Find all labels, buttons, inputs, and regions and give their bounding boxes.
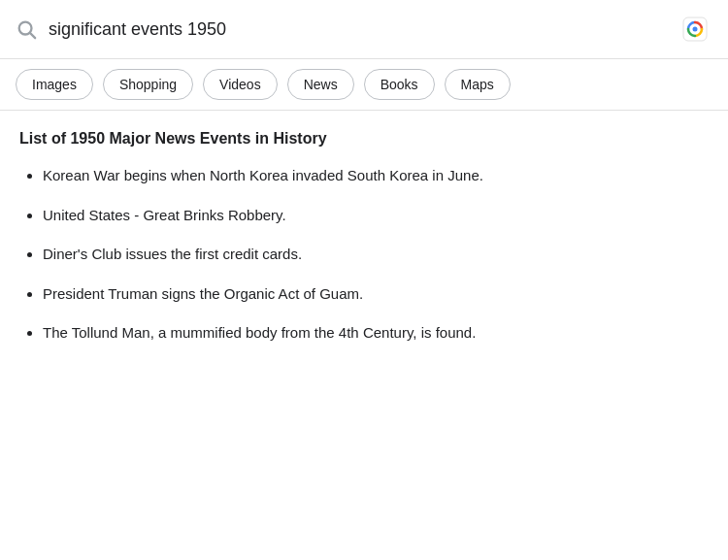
list-item: The Tollund Man, a mummified body from t… xyxy=(43,322,709,345)
search-bar xyxy=(0,0,728,59)
list-item: United States - Great Brinks Robbery. xyxy=(43,205,709,227)
list-item: President Truman signs the Organic Act o… xyxy=(43,283,709,306)
results-content: List of 1950 Major News Events in Histor… xyxy=(0,111,728,381)
google-lens-button[interactable] xyxy=(678,12,712,47)
svg-point-3 xyxy=(693,27,698,32)
filter-tabs-bar: Images Shopping Videos News Books Maps xyxy=(0,59,728,111)
search-icon xyxy=(16,18,37,40)
tab-shopping[interactable]: Shopping xyxy=(103,69,193,100)
tab-books[interactable]: Books xyxy=(364,69,435,100)
result-title: List of 1950 Major News Events in Histor… xyxy=(19,130,709,148)
list-item: Korean War begins when North Korea invad… xyxy=(43,165,709,187)
svg-line-1 xyxy=(30,33,35,38)
list-item: Diner's Club issues the first credit car… xyxy=(43,244,709,266)
search-input[interactable] xyxy=(49,19,666,40)
tab-maps[interactable]: Maps xyxy=(445,69,511,100)
tab-news[interactable]: News xyxy=(287,69,354,100)
tab-videos[interactable]: Videos xyxy=(203,69,278,100)
event-list: Korean War begins when North Korea invad… xyxy=(19,165,709,345)
tab-images[interactable]: Images xyxy=(16,69,93,100)
